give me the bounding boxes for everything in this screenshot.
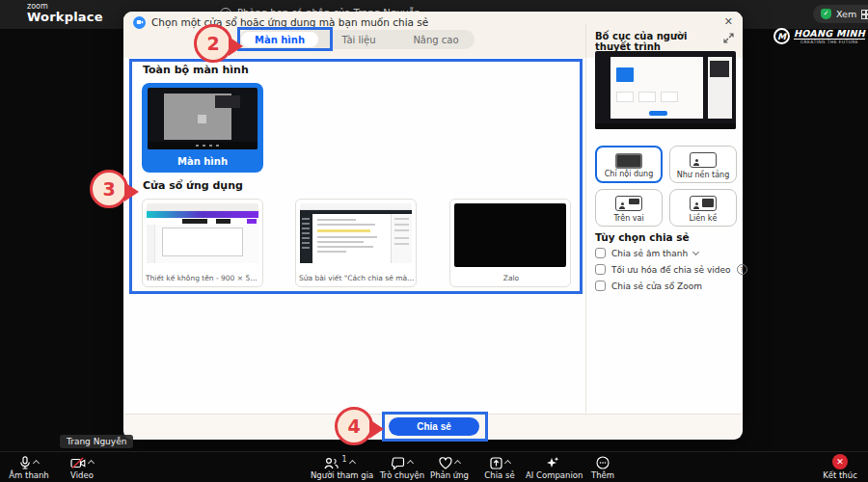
layout-option-label: Chỉ nội dung xyxy=(597,170,661,178)
chat-chevron-icon[interactable] xyxy=(407,460,414,467)
watermark-tagline: CREATING THE FUTURE xyxy=(794,40,865,44)
fullscreen-section-heading: Toàn bộ màn hình xyxy=(143,64,249,76)
watermark-title: HOANG MINH xyxy=(794,28,865,40)
participant-name-tag: Trang Nguyễn xyxy=(60,435,133,448)
layout-option-over-shoulder[interactable]: Trên vai xyxy=(595,189,663,227)
toolbar-participants[interactable]: 1 Người tham gia xyxy=(311,454,368,481)
reactions-chevron-icon[interactable] xyxy=(454,460,461,467)
heart-icon xyxy=(439,457,452,469)
layout-option-label: Liền kề xyxy=(670,214,736,223)
grid-view-icon xyxy=(861,10,868,19)
window-item-zalo[interactable]: Zalo xyxy=(449,199,571,287)
optimize-video-option[interactable]: Tối ưu hóa để chia sẻ video ? xyxy=(595,264,747,275)
screen-share-item-selected[interactable]: Màn hình xyxy=(142,83,263,173)
audio-chevron-icon[interactable] xyxy=(33,460,40,467)
annotation-step-4: 4 xyxy=(335,407,373,445)
window-item-wordpress[interactable]: Sửa bài viết "Cách chia sẻ màn hình trê.… xyxy=(295,199,417,287)
annotation-step-3: 3 xyxy=(90,170,128,208)
toolbar-participants-label: Người tham gia xyxy=(311,470,368,480)
layout-option-label: Trên vai xyxy=(596,214,662,223)
wordpress-window-thumbnail xyxy=(300,203,412,267)
participants-icon xyxy=(324,457,339,469)
video-chevron-icon[interactable] xyxy=(88,460,95,467)
checkbox-share-zoom-window[interactable] xyxy=(595,281,606,291)
panel-divider xyxy=(585,23,586,413)
content-only-icon xyxy=(615,153,642,169)
help-icon[interactable]: ? xyxy=(737,264,747,275)
toolbar-end-label: Kết thúc xyxy=(816,470,864,480)
windows-section-heading: Cửa sổ ứng dụng xyxy=(143,179,243,192)
camera-off-icon xyxy=(70,457,86,469)
toolbar-share[interactable]: Chia sẻ xyxy=(476,454,523,481)
zalo-window-thumbnail xyxy=(454,203,566,267)
watermark-monogram-icon: M xyxy=(773,28,790,44)
participants-chevron-icon[interactable] xyxy=(349,460,356,467)
annotation-step-2: 2 xyxy=(194,24,232,63)
side-by-side-icon xyxy=(690,196,717,211)
toolbar-chat-label: Trò chuyện xyxy=(377,470,427,480)
layout-option-content-only[interactable]: Chỉ nội dung xyxy=(595,146,663,183)
share-zoom-window-option[interactable]: Chia sẻ cửa sổ Zoom xyxy=(595,281,702,291)
toolbar-reactions-label: Phản ứng xyxy=(426,470,473,480)
window-item-caption: Sửa bài viết "Cách chia sẻ màn hình trê.… xyxy=(299,274,415,282)
canva-window-thumbnail xyxy=(147,203,258,267)
zoom-workplace-logo: zoom Workplace xyxy=(27,3,103,23)
share-options-heading: Tùy chọn chia sẻ xyxy=(595,231,690,243)
security-shield-icon: ✓ xyxy=(821,9,831,19)
window-item-caption: Thiết kế không tên - 868 × 482 px - Go..… xyxy=(146,274,261,282)
expand-icon[interactable] xyxy=(723,33,734,43)
toolbar-more-label: Thêm xyxy=(583,470,622,480)
end-call-icon: ✕ xyxy=(832,454,848,469)
tab-nang-cao[interactable]: Nâng cao xyxy=(397,30,475,49)
layout-option-as-background[interactable]: Như nền tảng xyxy=(669,146,737,183)
toolbar-chat[interactable]: Trò chuyện xyxy=(377,454,427,481)
window-item-caption: Zalo xyxy=(453,274,569,282)
chat-icon xyxy=(392,457,405,469)
layout-option-side-by-side[interactable]: Liền kề xyxy=(669,189,737,227)
screen-thumbnail xyxy=(148,88,258,149)
annotation-box-share xyxy=(382,412,488,442)
share-zoom-window-label: Chia sẻ cửa sổ Zoom xyxy=(611,281,702,291)
layout-option-label: Như nền tảng xyxy=(670,171,736,179)
toolbar-reactions[interactable]: Phản ứng xyxy=(426,454,473,481)
chevron-down-icon[interactable] xyxy=(692,248,699,254)
share-audio-option[interactable]: Chia sẻ âm thanh xyxy=(595,248,698,258)
layout-panel-heading: Bố cục của người thuyết trình xyxy=(595,31,722,52)
share-chevron-icon[interactable] xyxy=(503,460,510,467)
meeting-toolbar: Âm thanh Video 1 xyxy=(0,451,868,482)
as-background-icon xyxy=(690,152,717,168)
toolbar-share-label: Chia sẻ xyxy=(476,470,523,480)
toolbar-ai-companion-label: AI Companion xyxy=(526,470,580,480)
brand-workplace: Workplace xyxy=(27,11,103,23)
view-button[interactable]: ✓ Xem xyxy=(813,5,868,23)
toolbar-end[interactable]: ✕ Kết thúc xyxy=(816,454,864,481)
microphone-icon xyxy=(19,456,31,469)
toolbar-ai-companion[interactable]: AI Companion xyxy=(526,454,580,481)
share-screen-icon xyxy=(490,457,502,469)
presenter-layout-preview xyxy=(595,51,736,129)
toolbar-audio[interactable]: Âm thanh xyxy=(6,454,52,481)
checkbox-share-audio[interactable] xyxy=(595,248,606,258)
hoang-minh-watermark: M HOANG MINH CREATING THE FUTURE xyxy=(773,28,866,44)
participants-count-badge: 1 xyxy=(341,455,346,464)
checkbox-optimize-video[interactable] xyxy=(595,264,606,275)
toolbar-video[interactable]: Video xyxy=(59,454,105,481)
toolbar-video-label: Video xyxy=(59,470,105,480)
window-item-canva[interactable]: Thiết kế không tên - 868 × 482 px - Go..… xyxy=(142,199,263,287)
optimize-video-label: Tối ưu hóa để chia sẻ video xyxy=(611,265,731,275)
toolbar-audio-label: Âm thanh xyxy=(6,470,52,480)
zoom-meeting-window: zoom Workplace i Phòng họp cá nhân của T… xyxy=(0,0,868,482)
more-icon xyxy=(596,456,610,469)
toolbar-more[interactable]: Thêm xyxy=(583,454,622,481)
screen-item-label: Màn hình xyxy=(142,156,263,167)
view-label: Xem xyxy=(836,9,856,19)
close-icon[interactable]: ✕ xyxy=(724,15,733,28)
zoom-app-icon xyxy=(133,16,146,29)
over-shoulder-icon xyxy=(615,196,642,211)
ai-companion-icon xyxy=(546,456,559,469)
share-audio-label: Chia sẻ âm thanh xyxy=(611,249,688,258)
annotation-box-tab xyxy=(237,27,333,51)
